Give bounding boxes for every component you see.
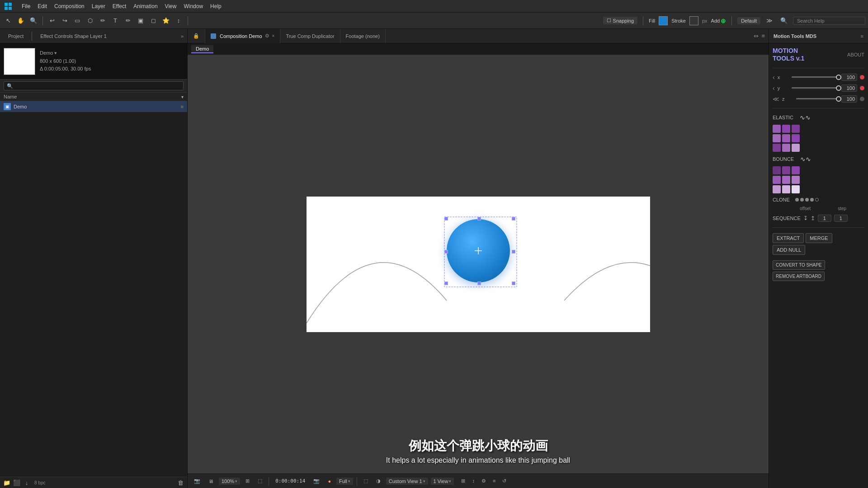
mt-z-value[interactable]: 100 [841, 95, 857, 103]
mt-color-1[interactable] [773, 125, 781, 133]
mt-y-thumb[interactable] [836, 85, 841, 91]
menu-effect[interactable]: Effect [113, 3, 126, 9]
tool-redo[interactable]: ↪ [59, 15, 70, 26]
vc-region-icon[interactable]: ⬚ [361, 477, 371, 485]
mt-convert-to-shape-button[interactable]: CONVERT TO SHAPE [773, 260, 825, 270]
tool-puppet[interactable]: ⭐ [160, 15, 171, 26]
mt-extract-button[interactable]: EXTRACT [773, 233, 804, 243]
mt-y-prev-arrow[interactable]: ‹ [773, 84, 775, 92]
stroke-color-swatch[interactable] [689, 16, 698, 25]
new-folder-button[interactable]: 📁 [3, 479, 11, 487]
mt-bcolor-8[interactable] [782, 185, 790, 193]
footage-none-tab[interactable]: Footage (none) [340, 29, 386, 43]
sel-handle-mr[interactable] [512, 250, 515, 253]
mt-clone-dot-5[interactable] [815, 198, 819, 202]
mt-x-value[interactable]: 100 [841, 74, 857, 81]
mt-bcolor-7[interactable] [773, 185, 781, 193]
true-comp-duplicator-tab[interactable]: True Comp Duplicator [280, 29, 340, 43]
vc-view-dropdown[interactable]: Custom View 1 ▾ [386, 478, 428, 485]
vc-icon-1[interactable]: ⊞ [458, 477, 468, 485]
mt-seq-icon-2[interactable]: ↥ [811, 215, 815, 221]
mt-clone-dot-4[interactable] [810, 198, 814, 202]
menu-edit[interactable]: Edit [38, 3, 47, 9]
mt-merge-button[interactable]: MERGE [806, 233, 832, 243]
motion-tools-gear[interactable]: ≡ [861, 33, 863, 39]
menu-file[interactable]: File [22, 3, 30, 9]
default-workspace-button[interactable]: Default [737, 17, 760, 24]
comp-panel-icon-1[interactable]: ⇔ [754, 33, 759, 39]
snapping-toggle[interactable]: ☐ Snapping [603, 17, 638, 24]
preview-dropdown-arrow[interactable]: ▾ [54, 50, 57, 56]
menu-layer[interactable]: Layer [92, 3, 105, 9]
vc-fit2-icon[interactable]: ⬚ [255, 477, 265, 485]
menu-window[interactable]: Window [184, 3, 203, 9]
vc-camera-btn[interactable]: 📷 [311, 477, 322, 485]
mt-y-slider[interactable] [792, 87, 839, 89]
comp-tab-close[interactable]: × [272, 33, 275, 38]
sel-handle-tl[interactable] [444, 217, 448, 221]
tab-effect-controls[interactable]: Effect Controls Shape Layer 1 [36, 32, 111, 41]
mt-bcolor-4[interactable] [773, 176, 781, 184]
toolbar-overflow[interactable]: ≫ [764, 15, 775, 26]
project-item-demo[interactable]: ▣ Demo ≡ [0, 101, 187, 112]
sel-handle-bl[interactable] [444, 282, 448, 285]
mt-color-9[interactable] [792, 144, 800, 152]
mt-clone-dot-1[interactable] [795, 198, 799, 202]
sel-handle-tm[interactable] [477, 217, 481, 221]
fill-color-swatch[interactable] [659, 16, 668, 25]
mt-x-prev-arrow[interactable]: ‹ [773, 74, 775, 81]
vc-zoom-dropdown[interactable]: 100% ▾ [219, 478, 240, 485]
tool-text[interactable]: T [110, 15, 121, 26]
tool-zoom[interactable]: 🔍 [28, 15, 39, 26]
mt-color-8[interactable] [782, 144, 790, 152]
mt-bcolor-6[interactable] [792, 176, 800, 184]
mt-bcolor-3[interactable] [792, 166, 800, 174]
mt-z-slider[interactable] [796, 98, 839, 99]
vc-icon-5[interactable]: ↺ [500, 477, 509, 485]
vc-view-count-dropdown[interactable]: 1 View ▾ [431, 478, 454, 485]
menu-animation[interactable]: Animation [133, 3, 157, 9]
mt-z-prev-arrow[interactable]: ≪ [773, 95, 779, 103]
mt-color-4[interactable] [773, 134, 781, 142]
mt-remove-artboard-button[interactable]: REMOVE ARTBOARD [773, 272, 825, 281]
comp-panel-icon-2[interactable]: ≡ [761, 33, 765, 39]
tool-rect[interactable]: ▭ [72, 15, 83, 26]
tool-ellipse[interactable]: ⬡ [85, 15, 95, 26]
mt-y-dot[interactable] [860, 86, 864, 90]
delete-button[interactable]: 🗑 [176, 479, 184, 487]
sel-handle-bm[interactable] [477, 282, 481, 285]
tool-select[interactable]: ↖ [3, 15, 14, 26]
vc-icon-2[interactable]: ↕ [469, 477, 477, 485]
tool-brush[interactable]: ✏ [123, 15, 133, 26]
mt-bcolor-1[interactable] [773, 166, 781, 174]
tool-hand[interactable]: ✋ [15, 15, 26, 26]
new-comp-button[interactable]: ⬛ [13, 479, 21, 487]
tool-undo[interactable]: ↩ [47, 15, 57, 26]
menu-composition[interactable]: Composition [54, 3, 85, 9]
mt-clone-dot-2[interactable] [800, 198, 804, 202]
add-button[interactable]: Add ⊕ [711, 17, 726, 24]
mt-z-dot[interactable] [860, 97, 864, 101]
tool-clone-stamp[interactable]: ▣ [135, 15, 146, 26]
mt-x-thumb[interactable] [836, 75, 841, 80]
mt-color-5[interactable] [782, 134, 790, 142]
vc-fit-icon[interactable]: ⊞ [243, 477, 252, 485]
tool-pin[interactable]: ↕ [173, 15, 184, 26]
vc-icon-4[interactable]: ≡ [490, 477, 498, 485]
tab-project[interactable]: Project [4, 32, 28, 41]
tool-pen[interactable]: ✏ [97, 15, 108, 26]
sel-handle-tr[interactable] [512, 217, 515, 221]
mt-z-thumb[interactable] [836, 96, 841, 102]
mt-add-null-button[interactable]: ADD NULL [773, 245, 805, 255]
panel-arrow[interactable]: » [181, 33, 184, 39]
comp-tab-gear[interactable]: ⚙ [265, 33, 269, 39]
mt-color-6[interactable] [792, 134, 800, 142]
menu-help[interactable]: Help [210, 3, 222, 9]
mt-color-3[interactable] [792, 125, 800, 133]
mt-clone-dot-3[interactable] [805, 198, 809, 202]
mt-color-7[interactable] [773, 144, 781, 152]
mt-x-slider[interactable] [792, 76, 839, 78]
vc-icon-3[interactable]: ⚙ [479, 477, 489, 485]
sub-tab-demo[interactable]: Demo [191, 45, 213, 53]
sel-handle-ml[interactable] [444, 250, 448, 253]
